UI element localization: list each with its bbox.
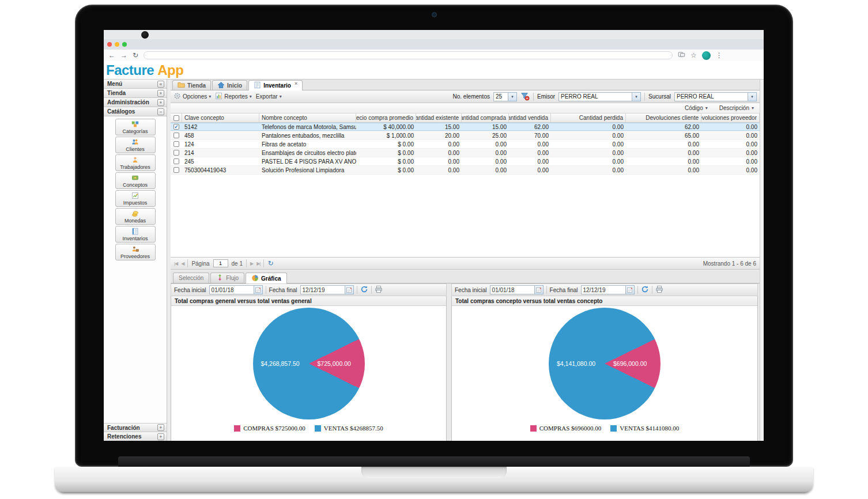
collapse-sidebar-icon[interactable]: «	[157, 81, 164, 88]
table-row[interactable]: 458 Pantalones entubados, mezclilla $ 1,…	[171, 131, 760, 140]
sidebar-header-menu[interactable]: Menú «	[104, 80, 167, 89]
fecha-inicial-field[interactable]: 01/01/18	[490, 285, 544, 294]
calendar-icon[interactable]	[345, 285, 354, 294]
sidebar-item-proveedores[interactable]: Proveedores	[115, 244, 156, 260]
no-elementos-combo[interactable]: 25 ▾	[493, 92, 517, 101]
minimize-window-button[interactable]	[115, 42, 119, 47]
calendar-icon[interactable]	[535, 285, 544, 294]
sidebar-item-clientes[interactable]: Clientes	[115, 137, 156, 153]
sidebar-item-trabajadores[interactable]: Trabajadores	[115, 154, 156, 171]
next-page-icon[interactable]: ▶	[250, 261, 253, 266]
sidebar-group-administracion[interactable]: Administración +	[104, 98, 167, 107]
expand-icon[interactable]: +	[157, 424, 164, 431]
fecha-final-field[interactable]: 12/12/19	[300, 285, 354, 294]
table-row[interactable]: 7503004419043 Solución Profesional Limpi…	[171, 166, 760, 175]
reload-icon[interactable]: ↻	[133, 52, 138, 59]
profile-avatar[interactable]	[702, 51, 711, 60]
fecha-inicial-field[interactable]: 01/01/18	[209, 285, 263, 294]
sidebar-item-categorias[interactable]: Categorías	[115, 119, 156, 135]
combo-trigger-icon[interactable]: ▾	[632, 92, 641, 101]
sucursal-value[interactable]: PERRO REAL	[674, 92, 748, 101]
codigo-sort-menu[interactable]: Código ▾	[685, 105, 708, 111]
sidebar-item-impuestos[interactable]: Impuestos	[115, 190, 156, 207]
first-page-icon[interactable]: |◀	[174, 261, 178, 266]
refresh-icon[interactable]: ↻	[267, 259, 273, 267]
table-row[interactable]: 124 Fibras de acetato $ 0.00 0.00 0.00 0…	[171, 140, 760, 149]
fecha-inicial-value[interactable]: 01/01/18	[209, 285, 254, 294]
bookmark-star-icon[interactable]: ☆	[690, 52, 697, 59]
tab-seleccion[interactable]: Selección	[173, 273, 209, 283]
media-icon[interactable]	[678, 51, 685, 60]
table-row[interactable]: 214 Ensamblajes de circuitos electro pla…	[171, 149, 760, 157]
opciones-button[interactable]: Opciones ▾	[173, 92, 211, 101]
expand-icon[interactable]: +	[157, 90, 164, 97]
no-elementos-value[interactable]: 25	[493, 92, 508, 101]
calendar-icon[interactable]	[626, 285, 635, 294]
tab-inventario[interactable]: Inventario ×	[248, 80, 303, 90]
calendar-icon[interactable]	[254, 285, 263, 294]
column-header[interactable]: Nombre concepto	[259, 114, 356, 122]
descripcion-sort-menu[interactable]: Descripción ▾	[719, 105, 754, 111]
fecha-final-field[interactable]: 12/12/19	[581, 285, 635, 294]
expand-icon[interactable]: +	[157, 433, 164, 440]
fecha-final-value[interactable]: 12/12/19	[581, 285, 626, 294]
last-page-icon[interactable]: ▶|	[256, 261, 260, 266]
column-header[interactable]: Precio compra promedio	[356, 114, 416, 122]
sidebar-item-conceptos[interactable]: Conceptos	[115, 172, 156, 189]
refresh-chart-icon[interactable]	[641, 285, 649, 294]
row-checkbox[interactable]	[173, 158, 179, 164]
row-checkbox[interactable]	[173, 150, 179, 156]
column-header[interactable]: Devoluciones cliente	[626, 114, 701, 122]
fecha-inicial-value[interactable]: 01/01/18	[490, 285, 535, 294]
tab-grafica[interactable]: Gráfica	[246, 273, 286, 283]
forward-icon[interactable]: →	[120, 52, 127, 59]
print-icon[interactable]	[655, 285, 663, 294]
browser-menu-icon[interactable]: ⋮	[716, 52, 723, 59]
row-checkbox[interactable]	[173, 141, 179, 147]
column-header[interactable]: Cantidad vendida	[509, 114, 551, 122]
sucursal-combo[interactable]: PERRO REAL ▾	[674, 92, 757, 101]
cell-existente: 0.00	[416, 157, 462, 165]
column-header[interactable]: Clave concepto	[182, 114, 259, 122]
filter-funnel-icon[interactable]	[520, 92, 530, 102]
refresh-chart-icon[interactable]	[360, 285, 368, 294]
close-tab-icon[interactable]: ×	[295, 81, 297, 86]
combo-trigger-icon[interactable]: ▾	[508, 92, 517, 101]
column-header[interactable]: Cantidad comprada	[462, 114, 509, 122]
collapse-group-icon[interactable]: −	[157, 108, 164, 115]
row-checkbox[interactable]	[173, 167, 179, 173]
maximize-window-button[interactable]	[122, 42, 127, 47]
row-checkbox[interactable]: ✓	[173, 124, 179, 130]
close-window-button[interactable]	[107, 42, 112, 47]
reportes-button[interactable]: Reportes ▾	[215, 92, 252, 101]
tab-tienda[interactable]: Tienda	[172, 80, 211, 90]
sidebar-item-monedas[interactable]: Monedas	[115, 208, 156, 225]
select-all-checkbox[interactable]	[173, 115, 179, 121]
address-bar[interactable]	[144, 51, 673, 59]
prev-page-icon[interactable]: ◀	[181, 261, 184, 266]
expand-icon[interactable]: +	[157, 99, 164, 106]
scrollbar-strip[interactable]	[760, 80, 764, 441]
combo-trigger-icon[interactable]: ▾	[748, 92, 757, 101]
back-icon[interactable]: ←	[108, 52, 115, 59]
column-header[interactable]: Devoluciones proveedor	[701, 114, 760, 122]
fecha-final-value[interactable]: 12/12/19	[300, 285, 345, 294]
column-header[interactable]: Cantidad perdida	[551, 114, 626, 122]
table-row[interactable]: 245 PASTEL DE 4 PISOS PARA XV ANOS. $ 0.…	[171, 157, 760, 166]
page-input[interactable]	[213, 259, 228, 267]
emisor-combo[interactable]: PERRO REAL ▾	[558, 92, 641, 101]
emisor-value[interactable]: PERRO REAL	[558, 92, 632, 101]
tab-flujo[interactable]: Flujo	[210, 273, 244, 283]
row-checkbox[interactable]	[173, 133, 179, 138]
sidebar-group-tienda[interactable]: Tienda +	[104, 89, 167, 98]
column-header[interactable]: Cantidad existente	[416, 114, 462, 122]
sidebar-group-catalogos[interactable]: Catálogos −	[104, 107, 167, 116]
tab-inicio[interactable]: Inicio	[212, 80, 247, 90]
sidebar-group-retenciones[interactable]: Retenciones +	[104, 432, 167, 441]
print-icon[interactable]	[375, 285, 383, 294]
header-checkbox-cell[interactable]	[171, 114, 182, 122]
table-row[interactable]: ✓ 5142 Telefonos de marca Motorola, Sams…	[171, 123, 760, 131]
sidebar-item-inventarios[interactable]: Inventarios	[115, 226, 156, 243]
exportar-button[interactable]: Exportar ▾	[256, 93, 282, 100]
sidebar-group-facturacion[interactable]: Facturación +	[104, 423, 167, 432]
